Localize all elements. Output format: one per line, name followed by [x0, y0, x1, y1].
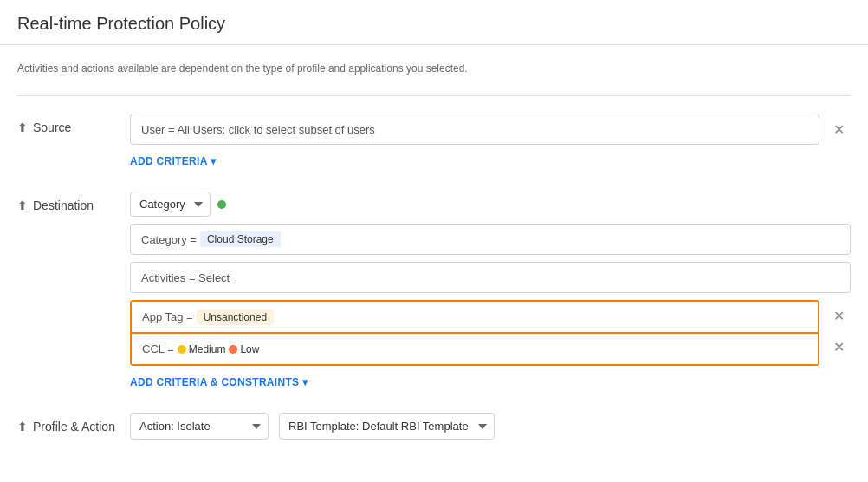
category-tag: Cloud Storage — [200, 231, 281, 247]
activities-value: Activities = Select — [141, 271, 230, 284]
source-body: User = All Users: click to select subset… — [130, 114, 851, 171]
app-tag-close-button[interactable]: ✕ — [826, 303, 851, 328]
profile-action-body: Action: Isolate RBI Template: Default RB… — [130, 413, 851, 440]
action-dropdown[interactable]: Action: Isolate — [130, 413, 269, 440]
source-close-button[interactable]: ✕ — [826, 117, 851, 141]
profile-action-label: ⬆ Profile & Action — [17, 413, 130, 433]
destination-category-row: Category = Cloud Storage — [130, 224, 851, 255]
ccl-low-tag: Low — [229, 343, 259, 355]
category-label: Category = — [141, 233, 197, 246]
destination-category-dropdown[interactable]: Category — [130, 192, 211, 217]
ccl-medium-tag: Medium — [178, 343, 226, 355]
source-add-criteria-button[interactable]: ADD CRITERIA ▾ — [130, 152, 216, 171]
destination-body: Category Category = Cloud Storage Activi… — [130, 192, 851, 392]
green-status-dot — [217, 200, 226, 209]
description-text: Activities and actions available are dep… — [17, 62, 851, 75]
ccl-field[interactable]: CCL = Medium Low — [132, 333, 818, 364]
ccl-close-button[interactable]: ✕ — [826, 335, 851, 359]
orange-box-close-buttons: ✕ ✕ — [819, 300, 851, 366]
ccl-label: CCL = — [142, 342, 174, 355]
orange-bordered-container: App Tag = Unsanctioned CCL = Medium — [130, 300, 819, 366]
rbi-template-dropdown[interactable]: RBI Template: Default RBI Template — [279, 413, 495, 440]
ccl-medium-dot — [178, 345, 186, 354]
destination-label: ⬆ Destination — [17, 192, 130, 212]
ccl-low-dot — [229, 345, 237, 354]
destination-dropdown-row: Category — [130, 192, 851, 217]
destination-orange-box-row: App Tag = Unsanctioned CCL = Medium — [130, 300, 851, 366]
source-section: ⬆ Source User = All Users: click to sele… — [17, 114, 851, 171]
orange-outlined-box: App Tag = Unsanctioned CCL = Medium — [130, 300, 819, 366]
source-criteria-field[interactable]: User = All Users: click to select subset… — [130, 114, 819, 145]
destination-activities-row: Activities = Select — [130, 262, 851, 293]
source-icon: ⬆ — [17, 120, 28, 134]
profile-action-section: ⬆ Profile & Action Action: Isolate RBI T… — [17, 413, 851, 440]
app-tag-label: App Tag = — [142, 310, 193, 323]
profile-action-icon: ⬆ — [17, 420, 28, 433]
app-tag-field[interactable]: App Tag = Unsanctioned — [132, 302, 818, 333]
destination-category-field[interactable]: Category = Cloud Storage — [130, 224, 851, 255]
destination-section: ⬆ Destination Category Category = Cloud … — [17, 192, 851, 392]
source-criteria-value: User = All Users: click to select subset… — [141, 123, 375, 136]
destination-activities-field[interactable]: Activities = Select — [130, 262, 851, 293]
source-criteria-row: User = All Users: click to select subset… — [130, 114, 851, 145]
destination-add-criteria-button[interactable]: ADD CRITERIA & CONSTRAINTS ▾ — [130, 373, 308, 392]
profile-action-controls-row: Action: Isolate RBI Template: Default RB… — [130, 413, 851, 440]
divider — [17, 95, 851, 96]
page-title: Real-time Protection Policy — [17, 14, 851, 34]
app-tag-value: Unsanctioned — [197, 309, 274, 325]
destination-icon: ⬆ — [17, 199, 28, 212]
source-label: ⬆ Source — [17, 114, 130, 134]
